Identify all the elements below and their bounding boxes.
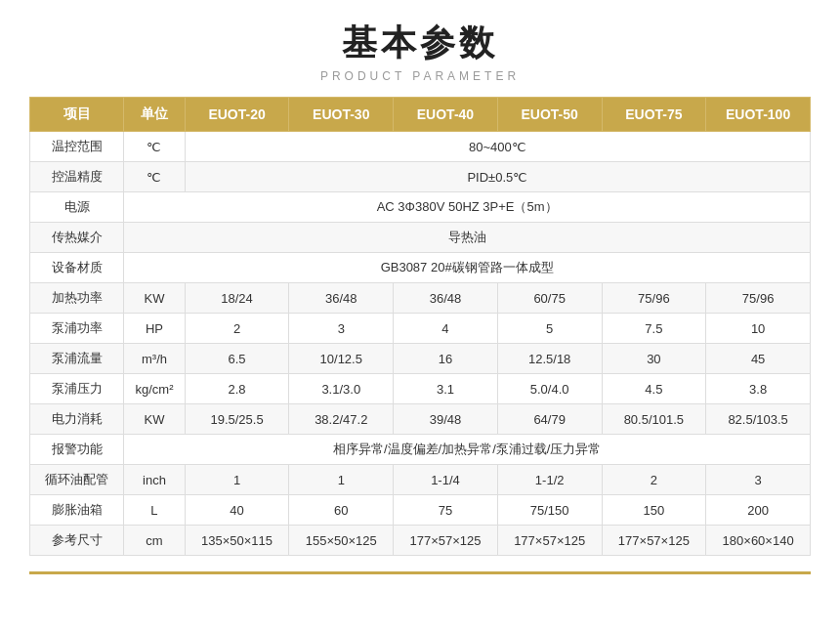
- cell-value: 40: [185, 495, 289, 526]
- cell-item: 报警功能: [30, 435, 124, 465]
- cell-value: 3.1/3.0: [289, 374, 394, 404]
- table-row: 膨胀油箱L40607575/150150200: [30, 495, 811, 526]
- cell-value: 16: [394, 344, 498, 374]
- cell-value: 30: [602, 344, 706, 374]
- cell-item: 温控范围: [30, 132, 124, 162]
- title-block: 基本参数 PRODUCT PARAMETER: [29, 20, 811, 83]
- cell-unit: kg/cm²: [124, 374, 185, 404]
- cell-value: 19.5/25.5: [185, 404, 289, 435]
- table-row: 泵浦功率HP23457.510: [30, 314, 811, 344]
- cell-unit: L: [124, 495, 185, 526]
- cell-item: 泵浦功率: [30, 314, 124, 344]
- sub-title: PRODUCT PARAMETER: [29, 69, 811, 83]
- cell-item: 泵浦压力: [30, 374, 124, 404]
- cell-value: 75/150: [497, 495, 602, 526]
- cell-unit: ℃: [124, 162, 185, 192]
- cell-value-span: PID±0.5℃: [185, 162, 810, 192]
- cell-value: 10: [706, 314, 811, 344]
- col-header-euot50: EUOT-50: [497, 98, 602, 132]
- cell-value: 2: [185, 314, 289, 344]
- cell-value: 177×57×125: [602, 526, 706, 556]
- table-row: 控温精度℃PID±0.5℃: [30, 162, 811, 192]
- cell-value: 60/75: [497, 283, 602, 314]
- table-row: 传热媒介导热油: [30, 223, 811, 253]
- cell-value: 38.2/47.2: [289, 404, 394, 435]
- cell-value: 75/96: [706, 283, 811, 314]
- cell-value: 80.5/101.5: [602, 404, 706, 435]
- cell-unit: cm: [124, 526, 185, 556]
- cell-unit: KW: [124, 404, 185, 435]
- table-row: 设备材质GB3087 20#碳钢管路一体成型: [30, 253, 811, 283]
- table-row: 参考尺寸cm135×50×115155×50×125177×57×125177×…: [30, 526, 811, 556]
- table-row: 泵浦流量m³/h6.510/12.51612.5/183045: [30, 344, 811, 374]
- table-row: 加热功率KW18/2436/4836/4860/7575/9675/96: [30, 283, 811, 314]
- col-header-item: 项目: [30, 98, 124, 132]
- cell-value-span: 相序异常/温度偏差/加热异常/泵浦过载/压力异常: [124, 435, 811, 465]
- cell-value: 36/48: [394, 283, 498, 314]
- cell-value: 39/48: [394, 404, 498, 435]
- cell-value: 1: [185, 465, 289, 495]
- cell-item: 参考尺寸: [30, 526, 124, 556]
- cell-value: 177×57×125: [497, 526, 602, 556]
- cell-item: 控温精度: [30, 162, 124, 192]
- cell-value: 1: [289, 465, 394, 495]
- main-title: 基本参数: [29, 20, 811, 67]
- cell-value: 5.0/4.0: [497, 374, 602, 404]
- cell-value: 2: [602, 465, 706, 495]
- cell-value: 4.5: [602, 374, 706, 404]
- cell-value: 64/79: [497, 404, 602, 435]
- cell-item: 膨胀油箱: [30, 495, 124, 526]
- cell-value: 4: [394, 314, 498, 344]
- cell-unit: KW: [124, 283, 185, 314]
- table-row: 电源AC 3Φ380V 50HZ 3P+E（5m）: [30, 192, 811, 223]
- cell-value: 7.5: [602, 314, 706, 344]
- bottom-line: [29, 571, 811, 574]
- cell-unit: inch: [124, 465, 185, 495]
- cell-value: 177×57×125: [394, 526, 498, 556]
- table-row: 温控范围℃80~400℃: [30, 132, 811, 162]
- cell-value: 75/96: [602, 283, 706, 314]
- table-row: 电力消耗KW19.5/25.538.2/47.239/4864/7980.5/1…: [30, 404, 811, 435]
- col-header-unit: 单位: [124, 98, 185, 132]
- cell-unit: ℃: [124, 132, 185, 162]
- cell-value: 5: [497, 314, 602, 344]
- cell-value: 36/48: [289, 283, 394, 314]
- table-header-row: 项目 单位 EUOT-20 EUOT-30 EUOT-40 EUOT-50 EU…: [30, 98, 811, 132]
- col-header-euot40: EUOT-40: [394, 98, 498, 132]
- cell-value-span: AC 3Φ380V 50HZ 3P+E（5m）: [124, 192, 811, 223]
- cell-value: 10/12.5: [289, 344, 394, 374]
- cell-item: 泵浦流量: [30, 344, 124, 374]
- cell-value: 1-1/2: [497, 465, 602, 495]
- cell-value: 3: [289, 314, 394, 344]
- cell-value: 3: [706, 465, 811, 495]
- table-row: 报警功能相序异常/温度偏差/加热异常/泵浦过载/压力异常: [30, 435, 811, 465]
- col-header-euot75: EUOT-75: [602, 98, 706, 132]
- cell-value: 18/24: [185, 283, 289, 314]
- cell-value-span: 80~400℃: [185, 132, 810, 162]
- parameter-table: 项目 单位 EUOT-20 EUOT-30 EUOT-40 EUOT-50 EU…: [29, 97, 811, 556]
- col-header-euot20: EUOT-20: [185, 98, 289, 132]
- cell-value: 3.8: [706, 374, 811, 404]
- cell-item: 加热功率: [30, 283, 124, 314]
- cell-unit: HP: [124, 314, 185, 344]
- cell-value-span: GB3087 20#碳钢管路一体成型: [124, 253, 811, 283]
- table-row: 泵浦压力kg/cm²2.83.1/3.03.15.0/4.04.53.8: [30, 374, 811, 404]
- cell-value: 180×60×140: [706, 526, 811, 556]
- cell-value: 60: [289, 495, 394, 526]
- cell-item: 设备材质: [30, 253, 124, 283]
- cell-value-span: 导热油: [124, 223, 811, 253]
- cell-value: 12.5/18: [497, 344, 602, 374]
- cell-unit: m³/h: [124, 344, 185, 374]
- cell-value: 150: [602, 495, 706, 526]
- cell-value: 6.5: [185, 344, 289, 374]
- cell-item: 传热媒介: [30, 223, 124, 253]
- table-row: 循环油配管inch111-1/41-1/223: [30, 465, 811, 495]
- cell-item: 电源: [30, 192, 124, 223]
- cell-value: 45: [706, 344, 811, 374]
- cell-value: 1-1/4: [394, 465, 498, 495]
- cell-value: 2.8: [185, 374, 289, 404]
- col-header-euot30: EUOT-30: [289, 98, 394, 132]
- cell-item: 电力消耗: [30, 404, 124, 435]
- col-header-euot100: EUOT-100: [706, 98, 811, 132]
- cell-value: 200: [706, 495, 811, 526]
